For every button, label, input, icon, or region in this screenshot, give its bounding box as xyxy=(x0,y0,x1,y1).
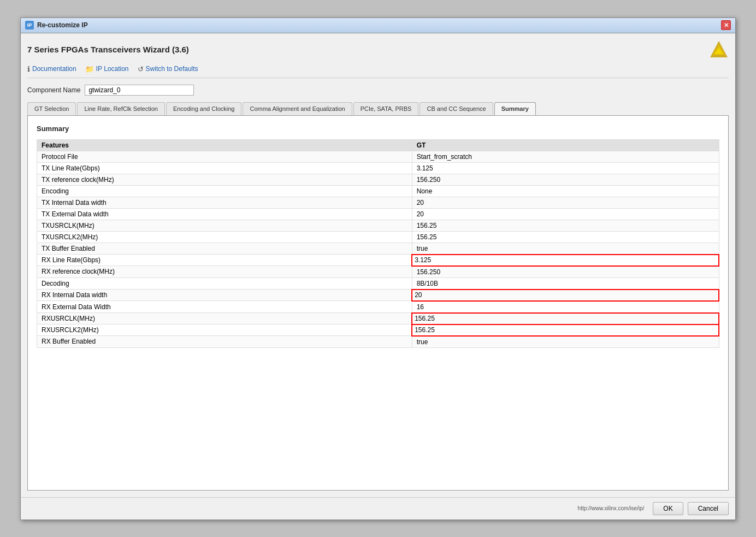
switch-defaults-button[interactable]: ↺ Switch to Defaults xyxy=(138,65,198,73)
value-cell: 156.25 xyxy=(412,231,719,243)
window-title: Re-customize IP xyxy=(37,21,88,29)
feature-cell: Encoding xyxy=(37,185,412,197)
value-cell: None xyxy=(412,185,719,197)
value-cell: 156.25 xyxy=(412,324,719,336)
title-bar-left: IP Re-customize IP xyxy=(25,21,88,29)
feature-cell: TXUSRCLK(MHz) xyxy=(37,220,412,231)
info-icon: ℹ xyxy=(27,65,30,73)
table-row: RX reference clock(MHz)156.250 xyxy=(37,266,719,278)
table-row: TXUSRCLK(MHz)156.25 xyxy=(37,220,719,231)
close-button[interactable]: ✕ xyxy=(721,20,731,30)
cancel-button[interactable]: Cancel xyxy=(688,502,729,515)
component-row: Component Name xyxy=(27,85,729,96)
vivado-logo xyxy=(709,40,729,60)
tab-gt-selection[interactable]: GT Selection xyxy=(27,102,76,115)
switch-defaults-label: Switch to Defaults xyxy=(146,65,198,73)
documentation-button[interactable]: ℹ Documentation xyxy=(27,65,76,73)
feature-cell: TX Line Rate(Gbps) xyxy=(37,162,412,174)
value-cell: 16 xyxy=(412,301,719,313)
feature-cell: TX reference clock(MHz) xyxy=(37,174,412,185)
table-row: TX Line Rate(Gbps)3.125 xyxy=(37,162,719,174)
logo-icon xyxy=(709,40,729,60)
value-cell: 20 xyxy=(412,290,719,301)
ip-location-button[interactable]: 📁 IP Location xyxy=(85,65,129,73)
value-cell: 3.125 xyxy=(412,162,719,174)
main-window: IP Re-customize IP ✕ 7 Series FPGAs Tran… xyxy=(20,17,736,520)
toolbar: ℹ Documentation 📁 IP Location ↺ Switch t… xyxy=(27,65,729,78)
title-bar: IP Re-customize IP ✕ xyxy=(21,18,735,33)
value-cell: true xyxy=(412,336,719,348)
tab-summary[interactable]: Summary xyxy=(494,102,536,115)
table-row: TXUSRCLK2(MHz)156.25 xyxy=(37,231,719,243)
window-icon: IP xyxy=(25,21,34,29)
tab-line-rate[interactable]: Line Rate, RefClk Selection xyxy=(77,102,165,115)
header-title: 7 Series FPGAs Transceivers Wizard (3.6) xyxy=(27,45,189,54)
header-section: 7 Series FPGAs Transceivers Wizard (3.6) xyxy=(27,40,729,60)
feature-cell: RXUSRCLK2(MHz) xyxy=(37,324,412,336)
value-cell: 156.25 xyxy=(412,313,719,324)
feature-cell: Protocol File xyxy=(37,151,412,162)
value-cell: true xyxy=(412,243,719,255)
table-row: FeaturesGT xyxy=(37,139,719,151)
component-name-label: Component Name xyxy=(27,86,80,94)
value-cell: Start_from_scratch xyxy=(412,151,719,162)
summary-section-title: Summary xyxy=(37,125,719,133)
feature-cell: RXUSRCLK(MHz) xyxy=(37,313,412,324)
table-row: RXUSRCLK(MHz)156.25 xyxy=(37,313,719,324)
table-row: TX External Data width20 xyxy=(37,208,719,220)
feature-cell: TXUSRCLK2(MHz) xyxy=(37,231,412,243)
ok-button[interactable]: OK xyxy=(653,502,683,515)
footer-url: http://www.xilinx.com/ise/ip/ xyxy=(27,505,644,511)
table-row: RX Internal Data width20 xyxy=(37,290,719,301)
value-cell: 20 xyxy=(412,208,719,220)
documentation-label: Documentation xyxy=(32,65,76,73)
table-row: RXUSRCLK2(MHz)156.25 xyxy=(37,324,719,336)
tabs-row: GT Selection Line Rate, RefClk Selection… xyxy=(27,102,729,116)
feature-cell: RX reference clock(MHz) xyxy=(37,266,412,278)
feature-cell: RX Line Rate(Gbps) xyxy=(37,255,412,266)
tab-pcie-sata[interactable]: PCIe, SATA, PRBS xyxy=(353,102,419,115)
value-cell: 20 xyxy=(412,197,719,208)
feature-cell: TX Buffer Enabled xyxy=(37,243,412,255)
table-row: Protocol FileStart_from_scratch xyxy=(37,151,719,162)
refresh-icon: ↺ xyxy=(138,65,144,73)
value-cell: 156.250 xyxy=(412,266,719,278)
folder-icon: 📁 xyxy=(85,65,94,73)
feature-cell: TX Internal Data width xyxy=(37,197,412,208)
table-row: RX Buffer Enabledtrue xyxy=(37,336,719,348)
value-cell: 156.250 xyxy=(412,174,719,185)
window-body: 7 Series FPGAs Transceivers Wizard (3.6)… xyxy=(21,33,735,497)
table-row: RX External Data Width16 xyxy=(37,301,719,313)
tab-cb-cc[interactable]: CB and CC Sequence xyxy=(420,102,493,115)
ip-location-label: IP Location xyxy=(96,65,129,73)
tab-comma-alignment[interactable]: Comma Alignment and Equalization xyxy=(243,102,352,115)
table-row: TX Internal Data width20 xyxy=(37,197,719,208)
feature-cell: Decoding xyxy=(37,278,412,290)
footer-bar: http://www.xilinx.com/ise/ip/ OK Cancel xyxy=(21,497,735,520)
summary-table: FeaturesGTProtocol FileStart_from_scratc… xyxy=(37,139,719,348)
tab-encoding-clocking[interactable]: Encoding and Clocking xyxy=(166,102,242,115)
value-cell: 8B/10B xyxy=(412,278,719,290)
feature-cell: RX External Data Width xyxy=(37,301,412,313)
table-row: EncodingNone xyxy=(37,185,719,197)
table-row: Decoding8B/10B xyxy=(37,278,719,290)
feature-cell: TX External Data width xyxy=(37,208,412,220)
feature-cell: Features xyxy=(37,139,412,151)
feature-cell: RX Buffer Enabled xyxy=(37,336,412,348)
content-panel: Summary FeaturesGTProtocol FileStart_fro… xyxy=(27,116,729,491)
value-cell: GT xyxy=(412,139,719,151)
table-row: TX Buffer Enabledtrue xyxy=(37,243,719,255)
value-cell: 3.125 xyxy=(412,255,719,266)
table-row: TX reference clock(MHz)156.250 xyxy=(37,174,719,185)
table-row: RX Line Rate(Gbps)3.125 xyxy=(37,255,719,266)
value-cell: 156.25 xyxy=(412,220,719,231)
component-name-input[interactable] xyxy=(85,85,194,96)
feature-cell: RX Internal Data width xyxy=(37,290,412,301)
